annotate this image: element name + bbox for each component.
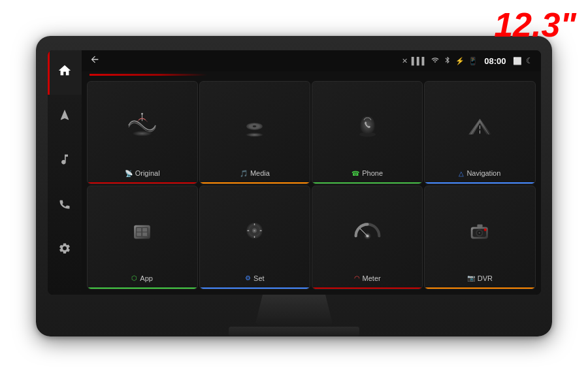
size-label: 12.3" bbox=[494, 5, 576, 44]
navigation-icon bbox=[58, 108, 71, 125]
status-icons: ✕ ▌▌▌ ⚡ 📱 08:00 ⬜ ☾ bbox=[402, 56, 533, 67]
svg-point-31 bbox=[472, 238, 488, 242]
device-stand bbox=[255, 295, 333, 327]
phone-status-icon: 📱 bbox=[468, 57, 478, 65]
svg-rect-14 bbox=[137, 227, 141, 231]
svg-line-30 bbox=[360, 229, 367, 236]
app-tile-phone[interactable]: ☎ Phone bbox=[312, 81, 423, 184]
meter-label-text: Meter bbox=[363, 274, 381, 282]
svg-point-22 bbox=[254, 229, 256, 231]
sidebar-item-music[interactable] bbox=[48, 139, 82, 184]
nav-bar bbox=[425, 182, 534, 184]
device-stand-base bbox=[229, 327, 359, 336]
media-icon-area bbox=[200, 82, 310, 169]
sidebar-item-navigation[interactable] bbox=[48, 95, 82, 139]
bluetooth-icon bbox=[444, 56, 451, 67]
app-tile-media[interactable]: 🎵 Media bbox=[199, 81, 310, 184]
app-tile-original[interactable]: 📡 Original bbox=[87, 81, 198, 184]
nav-label: △ Navigation bbox=[459, 169, 500, 177]
nav-label-icon: △ bbox=[459, 170, 464, 177]
dvr-icon-area bbox=[425, 186, 534, 274]
screen: ✕ ▌▌▌ ⚡ 📱 08:00 ⬜ ☾ bbox=[48, 50, 541, 295]
device-shell: ✕ ▌▌▌ ⚡ 📱 08:00 ⬜ ☾ bbox=[36, 36, 552, 336]
signal-icon: ▌▌▌ bbox=[412, 57, 427, 65]
set-label-text: Set bbox=[253, 274, 265, 282]
app-tile-navigation[interactable]: △ Navigation bbox=[424, 81, 535, 184]
meter-icon-area bbox=[312, 186, 422, 274]
set-icon-area bbox=[200, 186, 310, 274]
media-label: 🎵 Media bbox=[240, 169, 270, 177]
night-icon: ☾ bbox=[526, 56, 533, 65]
sidebar bbox=[48, 50, 82, 295]
phone-bar bbox=[312, 182, 422, 184]
media-label-icon: 🎵 bbox=[240, 170, 248, 177]
main-content: ✕ ▌▌▌ ⚡ 📱 08:00 ⬜ ☾ bbox=[82, 50, 541, 295]
dvr-label: 📷 DVR bbox=[467, 274, 493, 282]
svg-rect-15 bbox=[142, 227, 147, 231]
app-tile-set[interactable]: ⚙ Set bbox=[199, 186, 310, 289]
set-label-icon: ⚙ bbox=[245, 274, 251, 282]
phone-label-text: Phone bbox=[362, 169, 383, 177]
svg-point-37 bbox=[484, 228, 487, 231]
mute-icon: ✕ bbox=[402, 57, 408, 65]
svg-point-2 bbox=[141, 113, 143, 115]
app-grid: 📡 Original bbox=[82, 78, 541, 295]
original-label-icon: 📡 bbox=[125, 170, 133, 177]
meter-bar bbox=[312, 287, 422, 289]
svg-point-10 bbox=[472, 134, 487, 138]
app-bar bbox=[88, 287, 197, 289]
svg-rect-38 bbox=[477, 224, 482, 227]
settings-icon bbox=[58, 242, 71, 259]
svg-point-36 bbox=[478, 232, 480, 234]
svg-point-18 bbox=[247, 238, 263, 242]
original-label-text: Original bbox=[135, 169, 160, 177]
app-tile-dvr[interactable]: 📷 DVR bbox=[424, 186, 535, 289]
phone-icon-area bbox=[312, 82, 422, 169]
music-icon bbox=[58, 153, 71, 170]
status-bar: ✕ ▌▌▌ ⚡ 📱 08:00 ⬜ ☾ bbox=[82, 50, 541, 71]
sidebar-item-home[interactable] bbox=[48, 50, 82, 95]
sidebar-item-settings[interactable] bbox=[48, 228, 82, 272]
app-tile-meter[interactable]: ◠ Meter bbox=[312, 186, 423, 289]
app-tile-app[interactable]: ⬡ App bbox=[87, 186, 198, 289]
sidebar-item-phone[interactable] bbox=[48, 184, 82, 228]
wifi-icon bbox=[431, 56, 440, 65]
set-label: ⚙ Set bbox=[245, 274, 265, 282]
home-icon bbox=[57, 63, 72, 82]
media-label-text: Media bbox=[250, 169, 270, 177]
app-icon-area bbox=[88, 186, 197, 274]
meter-label: ◠ Meter bbox=[354, 274, 381, 282]
media-bar bbox=[200, 182, 310, 184]
app-label: ⬡ App bbox=[131, 274, 153, 282]
nav-label-text: Navigation bbox=[466, 169, 500, 177]
svg-rect-17 bbox=[142, 232, 147, 236]
meter-label-icon: ◠ bbox=[354, 274, 360, 282]
original-label: 📡 Original bbox=[125, 169, 160, 177]
app-label-icon: ⬡ bbox=[131, 274, 137, 282]
svg-point-6 bbox=[253, 125, 257, 127]
svg-point-3 bbox=[246, 132, 264, 137]
status-time: 08:00 bbox=[484, 56, 506, 66]
accent-bar bbox=[90, 74, 207, 76]
phone-label-icon: ☎ bbox=[351, 170, 359, 177]
original-bar bbox=[88, 182, 197, 184]
nav-icon-area bbox=[425, 82, 534, 169]
dvr-label-icon: 📷 bbox=[467, 274, 475, 282]
phone-icon bbox=[58, 197, 71, 214]
dvr-bar bbox=[425, 287, 534, 289]
dvr-label-text: DVR bbox=[478, 274, 493, 282]
window-icon: ⬜ bbox=[513, 57, 522, 65]
app-label-text: App bbox=[140, 274, 153, 282]
phone-label: ☎ Phone bbox=[351, 169, 383, 177]
back-button[interactable] bbox=[90, 54, 100, 67]
set-bar bbox=[200, 287, 310, 289]
usb-icon: ⚡ bbox=[455, 57, 465, 65]
svg-rect-16 bbox=[137, 232, 141, 236]
original-icon-area bbox=[88, 82, 197, 169]
